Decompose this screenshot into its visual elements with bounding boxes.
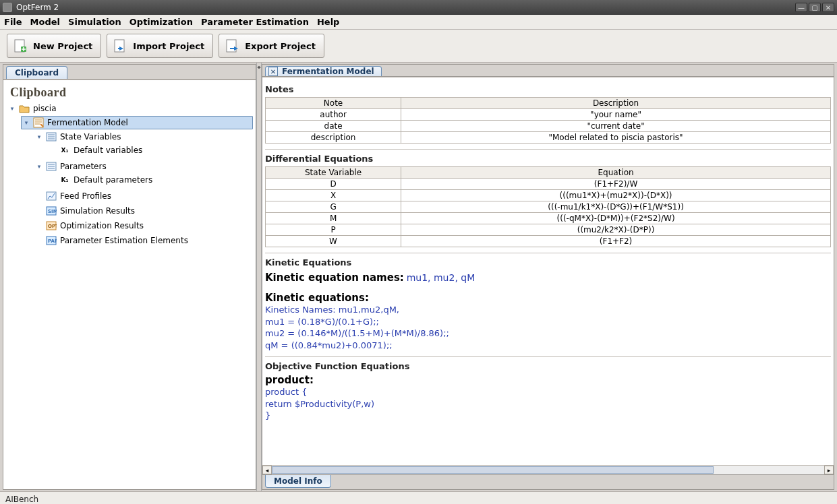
tree-parameters[interactable]: ▾ Parameters [34,160,253,172]
table-row[interactable]: description "Model related to piscia pas… [266,132,831,144]
menu-help[interactable]: Help [317,17,339,27]
kinetic-eq-label: Kinetic equations: [265,292,831,304]
section-diff-eq-title: Differential Equations [265,152,831,166]
scroll-track[interactable] [272,466,824,474]
kinetic-line-0: Kinetics Names: mu1,mu2,qM, [265,304,831,316]
svg-text:PAR: PAR [48,239,57,244]
tree-parameters-label: Parameters [60,162,107,171]
objective-line-2: } [265,410,831,422]
tree-state-variables-label: State Variables [60,132,121,141]
maximize-button[interactable]: ▢ [809,3,821,12]
tree-default-variables[interactable]: X₁ Default variables [48,144,253,156]
new-project-icon [13,38,28,53]
sim-icon: SIM [45,206,57,216]
export-project-label: Export Project [245,41,316,51]
xn-icon: X₁ [59,145,71,156]
tree-optimization-results[interactable]: OPT Optimization Results [34,220,253,232]
minimize-button[interactable]: — [795,3,807,12]
table-row[interactable]: X(((mu1*X)+(mu2*X))-(D*X)) [266,190,831,201]
tree-feed-profiles[interactable]: Feed Profiles [34,190,253,202]
section-notes-title: Notes [265,83,831,97]
table-row[interactable]: W(F1+F2) [266,236,831,247]
table-row[interactable]: author "your name" [266,109,831,121]
menu-file[interactable]: File [4,17,22,27]
new-project-button[interactable]: New Project [7,34,101,58]
kinetic-line-3: qM = ((0.84*mu2)+0.0071);; [265,340,831,352]
table-row[interactable]: date "current date" [266,121,831,132]
right-content: Notes Note Description author "your name… [262,77,834,465]
new-project-label: New Project [33,41,92,51]
table-row[interactable]: P((mu2/k2*X)-(D*P)) [266,224,831,236]
scroll-left-button[interactable]: ◂ [262,466,272,474]
close-window-button[interactable]: ✕ [822,3,834,12]
tree-parameter-estimation-elements-label: Parameter Estimation Elements [60,236,188,245]
menu-simulation[interactable]: Simulation [68,17,121,27]
table-row: State Variable Equation [266,167,831,179]
tree-feed-profiles-label: Feed Profiles [60,191,111,201]
tree-toggle-icon[interactable]: ▾ [36,163,42,170]
menu-parameter-estimation[interactable]: Parameter Estimation [201,17,309,27]
import-project-button[interactable]: Import Project [107,34,213,58]
export-project-icon [225,38,239,53]
left-content: Clipboard ▾ piscia ▾ [3,80,256,489]
tree-project[interactable]: ▾ piscia [7,102,253,115]
left-panel: Clipboard Clipboard ▾ piscia [3,64,256,490]
kinetic-names-label: Kinetic equation names: [265,272,404,284]
project-tree: ▾ piscia ▾ F [6,101,253,251]
tree-default-variables-label: Default variables [74,146,142,155]
tree-toggle-icon[interactable]: ▾ [36,133,42,140]
diff-eq-table: State Variable Equation D(F1+F2)/W X(((m… [265,166,831,247]
splitter-handle[interactable] [256,63,262,491]
tree-simulation-results-label: Simulation Results [60,206,135,216]
tab-fermentation-model[interactable]: ✕ Fermentation Model [265,66,382,76]
tab-close-button[interactable]: ✕ [268,67,278,76]
kinetic-line-1: mu1 = (0.18*G)/(0.1+G);; [265,316,831,328]
notes-header-note: Note [266,98,401,109]
horizontal-scrollbar[interactable]: ◂ ▸ [262,465,834,474]
table-row[interactable]: G(((-mu1/k1*X)-(D*G))+(F1/W*S1)) [266,201,831,213]
import-project-icon [113,38,127,53]
tab-fermentation-model-label: Fermentation Model [282,67,374,76]
section-diff-eq: Differential Equations State Variable Eq… [265,149,831,253]
right-tab-header: ✕ Fermentation Model [262,65,834,77]
tree-simulation-results[interactable]: SIM Simulation Results [34,205,253,217]
tab-model-info[interactable]: Model Info [265,475,331,488]
menubar: File Model Simulation Optimization Param… [0,15,837,30]
tab-clipboard[interactable]: Clipboard [6,66,67,79]
left-tab-header: Clipboard [3,65,256,80]
opt-icon: OPT [45,220,57,231]
notes-header-description: Description [401,98,831,109]
folder-icon [18,103,30,114]
section-kinetic-title: Kinetic Equations [265,256,831,270]
tree-state-variables[interactable]: ▾ State Variables [34,131,253,143]
menu-model[interactable]: Model [30,17,60,27]
table-row: Note Description [266,98,831,109]
tree-toggle-icon[interactable]: ▾ [9,105,16,112]
tree-default-parameters[interactable]: K₁ Default parameters [48,174,253,186]
section-kinetic: Kinetic Equations Kinetic equation names… [265,253,831,356]
tree-parameter-estimation-elements[interactable]: PAR Parameter Estimation Elements [34,234,253,247]
tree-toggle-icon[interactable]: ▾ [23,119,30,126]
objective-line-0: product { [265,386,831,398]
notes-table: Note Description author "your name" date… [265,97,831,144]
objective-line-1: return $Productivity(P,w) [265,398,831,410]
scroll-thumb[interactable] [272,466,714,474]
svg-text:SIM: SIM [48,209,57,214]
table-row[interactable]: D(F1+F2)/W [266,179,831,190]
scroll-right-button[interactable]: ▸ [824,466,834,474]
toolbar: New Project Import Project Export Projec… [0,30,837,63]
kinetic-names-value: mu1, mu2, qM [407,272,475,283]
menu-optimization[interactable]: Optimization [129,17,193,27]
variables-icon [45,131,57,142]
section-objective-title: Objective Function Equations [265,360,831,374]
tree-default-parameters-label: Default parameters [74,175,152,185]
clipboard-heading: Clipboard [6,83,253,101]
titlebar: OptFerm 2 — ▢ ✕ [0,0,837,15]
diffeq-header-eq: Equation [401,167,831,179]
export-project-button[interactable]: Export Project [219,34,324,58]
statusbar-text: AIBench [5,495,38,504]
table-row[interactable]: M(((-qM*X)-(D*M))+(F2*S2)/W) [266,213,831,224]
svg-text:OPT: OPT [48,224,57,229]
tree-fermentation-model[interactable]: ▾ Fermentation Model [21,116,253,129]
kinetic-line-2: mu2 = (0.146*M)/((1.5+M)+(M*M)/8.86);; [265,327,831,340]
